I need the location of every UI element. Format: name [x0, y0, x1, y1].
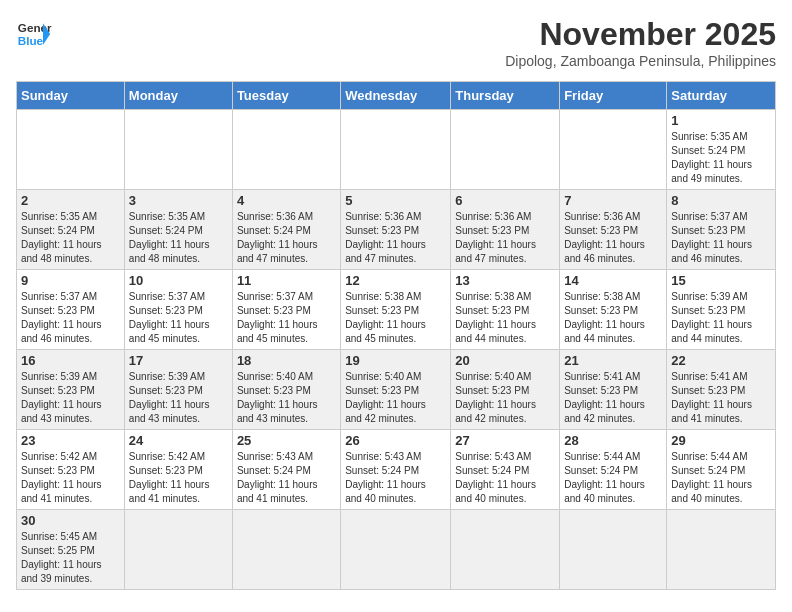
day-info: Sunrise: 5:41 AM Sunset: 5:23 PM Dayligh…: [564, 370, 662, 426]
day-info: Sunrise: 5:35 AM Sunset: 5:24 PM Dayligh…: [129, 210, 228, 266]
day-of-week-header: Thursday: [451, 82, 560, 110]
calendar-cell: 15Sunrise: 5:39 AM Sunset: 5:23 PM Dayli…: [667, 270, 776, 350]
day-info: Sunrise: 5:44 AM Sunset: 5:24 PM Dayligh…: [564, 450, 662, 506]
day-number: 7: [564, 193, 662, 208]
day-info: Sunrise: 5:36 AM Sunset: 5:23 PM Dayligh…: [345, 210, 446, 266]
day-info: Sunrise: 5:38 AM Sunset: 5:23 PM Dayligh…: [455, 290, 555, 346]
calendar-cell: 26Sunrise: 5:43 AM Sunset: 5:24 PM Dayli…: [341, 430, 451, 510]
day-number: 11: [237, 273, 336, 288]
calendar-cell: 11Sunrise: 5:37 AM Sunset: 5:23 PM Dayli…: [232, 270, 340, 350]
calendar-cell: 5Sunrise: 5:36 AM Sunset: 5:23 PM Daylig…: [341, 190, 451, 270]
day-number: 10: [129, 273, 228, 288]
calendar-cell: 18Sunrise: 5:40 AM Sunset: 5:23 PM Dayli…: [232, 350, 340, 430]
day-info: Sunrise: 5:37 AM Sunset: 5:23 PM Dayligh…: [129, 290, 228, 346]
calendar-cell: 14Sunrise: 5:38 AM Sunset: 5:23 PM Dayli…: [560, 270, 667, 350]
day-number: 29: [671, 433, 771, 448]
calendar-cell: 24Sunrise: 5:42 AM Sunset: 5:23 PM Dayli…: [124, 430, 232, 510]
calendar-cell: 20Sunrise: 5:40 AM Sunset: 5:23 PM Dayli…: [451, 350, 560, 430]
calendar-cell: 17Sunrise: 5:39 AM Sunset: 5:23 PM Dayli…: [124, 350, 232, 430]
day-info: Sunrise: 5:41 AM Sunset: 5:23 PM Dayligh…: [671, 370, 771, 426]
calendar-cell: 10Sunrise: 5:37 AM Sunset: 5:23 PM Dayli…: [124, 270, 232, 350]
calendar-week-row: 1Sunrise: 5:35 AM Sunset: 5:24 PM Daylig…: [17, 110, 776, 190]
day-number: 26: [345, 433, 446, 448]
calendar-cell: 3Sunrise: 5:35 AM Sunset: 5:24 PM Daylig…: [124, 190, 232, 270]
day-number: 16: [21, 353, 120, 368]
location-subtitle: Dipolog, Zamboanga Peninsula, Philippine…: [505, 53, 776, 69]
calendar-cell: [560, 510, 667, 590]
day-number: 22: [671, 353, 771, 368]
calendar-cell: 25Sunrise: 5:43 AM Sunset: 5:24 PM Dayli…: [232, 430, 340, 510]
day-info: Sunrise: 5:37 AM Sunset: 5:23 PM Dayligh…: [237, 290, 336, 346]
calendar-cell: [232, 110, 340, 190]
day-number: 30: [21, 513, 120, 528]
calendar-cell: [451, 510, 560, 590]
day-info: Sunrise: 5:37 AM Sunset: 5:23 PM Dayligh…: [21, 290, 120, 346]
day-number: 13: [455, 273, 555, 288]
calendar-cell: 29Sunrise: 5:44 AM Sunset: 5:24 PM Dayli…: [667, 430, 776, 510]
day-number: 9: [21, 273, 120, 288]
day-number: 25: [237, 433, 336, 448]
calendar-header-row: SundayMondayTuesdayWednesdayThursdayFrid…: [17, 82, 776, 110]
day-number: 14: [564, 273, 662, 288]
calendar-table: SundayMondayTuesdayWednesdayThursdayFrid…: [16, 81, 776, 590]
calendar-week-row: 2Sunrise: 5:35 AM Sunset: 5:24 PM Daylig…: [17, 190, 776, 270]
day-info: Sunrise: 5:40 AM Sunset: 5:23 PM Dayligh…: [237, 370, 336, 426]
day-number: 1: [671, 113, 771, 128]
day-number: 15: [671, 273, 771, 288]
title-area: November 2025 Dipolog, Zamboanga Peninsu…: [505, 16, 776, 69]
day-number: 4: [237, 193, 336, 208]
day-number: 6: [455, 193, 555, 208]
calendar-cell: [17, 110, 125, 190]
calendar-cell: 16Sunrise: 5:39 AM Sunset: 5:23 PM Dayli…: [17, 350, 125, 430]
calendar-cell: 28Sunrise: 5:44 AM Sunset: 5:24 PM Dayli…: [560, 430, 667, 510]
calendar-cell: [451, 110, 560, 190]
day-info: Sunrise: 5:43 AM Sunset: 5:24 PM Dayligh…: [345, 450, 446, 506]
calendar-cell: 21Sunrise: 5:41 AM Sunset: 5:23 PM Dayli…: [560, 350, 667, 430]
day-info: Sunrise: 5:38 AM Sunset: 5:23 PM Dayligh…: [564, 290, 662, 346]
day-info: Sunrise: 5:42 AM Sunset: 5:23 PM Dayligh…: [129, 450, 228, 506]
day-of-week-header: Saturday: [667, 82, 776, 110]
calendar-cell: 19Sunrise: 5:40 AM Sunset: 5:23 PM Dayli…: [341, 350, 451, 430]
calendar-week-row: 30Sunrise: 5:45 AM Sunset: 5:25 PM Dayli…: [17, 510, 776, 590]
day-info: Sunrise: 5:39 AM Sunset: 5:23 PM Dayligh…: [21, 370, 120, 426]
calendar-cell: [341, 110, 451, 190]
calendar-cell: 4Sunrise: 5:36 AM Sunset: 5:24 PM Daylig…: [232, 190, 340, 270]
calendar-cell: [124, 110, 232, 190]
calendar-cell: [667, 510, 776, 590]
day-info: Sunrise: 5:40 AM Sunset: 5:23 PM Dayligh…: [345, 370, 446, 426]
calendar-cell: 1Sunrise: 5:35 AM Sunset: 5:24 PM Daylig…: [667, 110, 776, 190]
day-number: 5: [345, 193, 446, 208]
day-of-week-header: Tuesday: [232, 82, 340, 110]
calendar-cell: 13Sunrise: 5:38 AM Sunset: 5:23 PM Dayli…: [451, 270, 560, 350]
day-info: Sunrise: 5:36 AM Sunset: 5:23 PM Dayligh…: [564, 210, 662, 266]
day-info: Sunrise: 5:39 AM Sunset: 5:23 PM Dayligh…: [671, 290, 771, 346]
day-info: Sunrise: 5:43 AM Sunset: 5:24 PM Dayligh…: [237, 450, 336, 506]
calendar-cell: 27Sunrise: 5:43 AM Sunset: 5:24 PM Dayli…: [451, 430, 560, 510]
day-number: 21: [564, 353, 662, 368]
day-number: 8: [671, 193, 771, 208]
day-number: 12: [345, 273, 446, 288]
header: General Blue November 2025 Dipolog, Zamb…: [16, 16, 776, 69]
day-info: Sunrise: 5:42 AM Sunset: 5:23 PM Dayligh…: [21, 450, 120, 506]
day-info: Sunrise: 5:35 AM Sunset: 5:24 PM Dayligh…: [21, 210, 120, 266]
day-info: Sunrise: 5:37 AM Sunset: 5:23 PM Dayligh…: [671, 210, 771, 266]
day-number: 17: [129, 353, 228, 368]
logo-icon: General Blue: [16, 16, 52, 52]
calendar-week-row: 23Sunrise: 5:42 AM Sunset: 5:23 PM Dayli…: [17, 430, 776, 510]
day-info: Sunrise: 5:38 AM Sunset: 5:23 PM Dayligh…: [345, 290, 446, 346]
calendar-cell: 8Sunrise: 5:37 AM Sunset: 5:23 PM Daylig…: [667, 190, 776, 270]
calendar-cell: 12Sunrise: 5:38 AM Sunset: 5:23 PM Dayli…: [341, 270, 451, 350]
calendar-cell: 6Sunrise: 5:36 AM Sunset: 5:23 PM Daylig…: [451, 190, 560, 270]
day-number: 3: [129, 193, 228, 208]
calendar-cell: 9Sunrise: 5:37 AM Sunset: 5:23 PM Daylig…: [17, 270, 125, 350]
day-number: 24: [129, 433, 228, 448]
day-number: 27: [455, 433, 555, 448]
month-title: November 2025: [505, 16, 776, 53]
calendar-cell: [232, 510, 340, 590]
calendar-cell: 22Sunrise: 5:41 AM Sunset: 5:23 PM Dayli…: [667, 350, 776, 430]
day-info: Sunrise: 5:40 AM Sunset: 5:23 PM Dayligh…: [455, 370, 555, 426]
day-number: 18: [237, 353, 336, 368]
calendar-cell: [560, 110, 667, 190]
day-number: 19: [345, 353, 446, 368]
day-info: Sunrise: 5:36 AM Sunset: 5:24 PM Dayligh…: [237, 210, 336, 266]
